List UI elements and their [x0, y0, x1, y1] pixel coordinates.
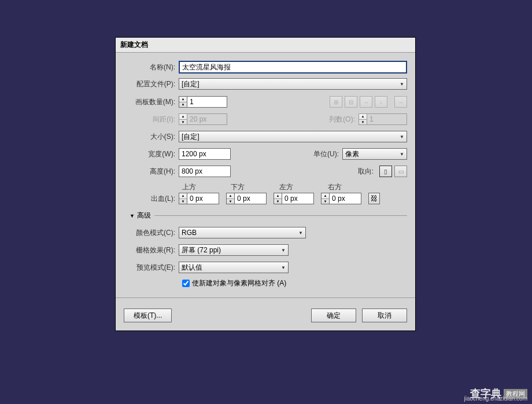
link-bleed-icon[interactable]: ⛓	[368, 193, 380, 204]
width-input[interactable]	[179, 148, 231, 160]
bleed-top-input[interactable]	[187, 193, 219, 204]
arrange-right-icon: →	[360, 96, 372, 108]
advanced-label: 高级	[137, 211, 151, 221]
size-value: [自定]	[182, 132, 200, 142]
watermark: 查字典 教程网 jiaocheng.chazidian.com	[470, 387, 527, 401]
name-input[interactable]	[179, 61, 407, 74]
preview-dropdown[interactable]: 默认值	[179, 262, 289, 273]
raster-dropdown[interactable]: 屏幕 (72 ppi)	[179, 244, 289, 256]
align-pixels-label: 使新建对象与像素网格对齐 (A)	[192, 278, 286, 288]
grid-row-icon: ⊞	[330, 96, 342, 108]
bleed-right-label: 右方	[328, 182, 376, 192]
artboards-spinner[interactable]: ▲▼	[179, 96, 227, 108]
columns-spinner: ▲▼	[359, 113, 407, 125]
ok-button[interactable]: 确定	[311, 308, 356, 322]
bleed-left-input[interactable]	[282, 193, 314, 204]
orientation-label: 取向:	[337, 167, 377, 177]
spacing-label: 间距(I):	[124, 115, 179, 124]
arrange-down-icon: ↓	[375, 96, 387, 108]
new-document-dialog: 新建文档 名称(N): 配置文件(P): [自定] 画板数量(M): ▲▼ ⊞ …	[115, 37, 416, 331]
preview-value: 默认值	[182, 263, 202, 273]
width-label: 宽度(W):	[124, 149, 179, 159]
name-label: 名称(N):	[124, 63, 179, 72]
units-value: 像素	[345, 149, 359, 159]
columns-label: 列数(O):	[318, 115, 359, 124]
raster-value: 屏幕 (72 ppi)	[182, 245, 221, 255]
spacing-spinner: ▲▼	[179, 113, 227, 125]
height-label: 高度(H):	[124, 167, 179, 177]
columns-input	[367, 113, 407, 125]
size-dropdown[interactable]: [自定]	[179, 131, 407, 142]
bleed-label: 出血(L):	[124, 194, 179, 204]
divider	[154, 215, 407, 216]
color-mode-value: RGB	[182, 229, 197, 237]
align-pixels-checkbox[interactable]	[182, 280, 190, 287]
cancel-button[interactable]: 取消	[362, 308, 407, 322]
landscape-icon[interactable]: ▭	[394, 166, 407, 177]
divider	[116, 298, 415, 298]
bleed-left-label: 左方	[279, 182, 328, 192]
color-mode-dropdown[interactable]: RGB	[179, 227, 306, 238]
artboards-input[interactable]	[187, 96, 227, 108]
profile-label: 配置文件(P):	[124, 79, 179, 89]
arrow-icon: →	[394, 96, 407, 108]
dialog-title: 新建文档	[116, 38, 415, 53]
bleed-top-spinner[interactable]: ▲▼	[179, 193, 219, 204]
bleed-top-label: 上方	[182, 182, 231, 192]
bleed-right-spinner[interactable]: ▲▼	[321, 193, 361, 204]
bleed-bottom-label: 下方	[231, 182, 279, 192]
bleed-bottom-spinner[interactable]: ▲▼	[226, 193, 267, 204]
bleed-left-spinner[interactable]: ▲▼	[274, 193, 314, 204]
size-label: 大小(S):	[124, 132, 179, 142]
units-label: 单位(U):	[302, 149, 342, 159]
profile-dropdown[interactable]: [自定]	[179, 78, 407, 90]
template-button[interactable]: 模板(T)...	[124, 308, 172, 322]
bleed-bottom-input[interactable]	[234, 193, 267, 204]
dialog-content: 名称(N): 配置文件(P): [自定] 画板数量(M): ▲▼ ⊞ ⊟ → ↓…	[116, 53, 415, 294]
units-dropdown[interactable]: 像素	[342, 148, 407, 160]
grid-col-icon: ⊟	[345, 96, 357, 108]
spacing-input	[187, 113, 227, 125]
preview-label: 预览模式(E):	[124, 263, 179, 273]
advanced-toggle-icon[interactable]: ▼	[130, 213, 135, 219]
watermark-url: jiaocheng.chazidian.com	[464, 395, 527, 402]
portrait-icon[interactable]: ▯	[379, 166, 392, 177]
color-mode-label: 颜色模式(C):	[124, 228, 179, 238]
bleed-right-input[interactable]	[329, 193, 361, 204]
profile-value: [自定]	[182, 79, 200, 89]
raster-label: 栅格效果(R):	[124, 245, 179, 255]
height-input[interactable]	[179, 166, 231, 177]
artboards-label: 画板数量(M):	[124, 97, 179, 107]
